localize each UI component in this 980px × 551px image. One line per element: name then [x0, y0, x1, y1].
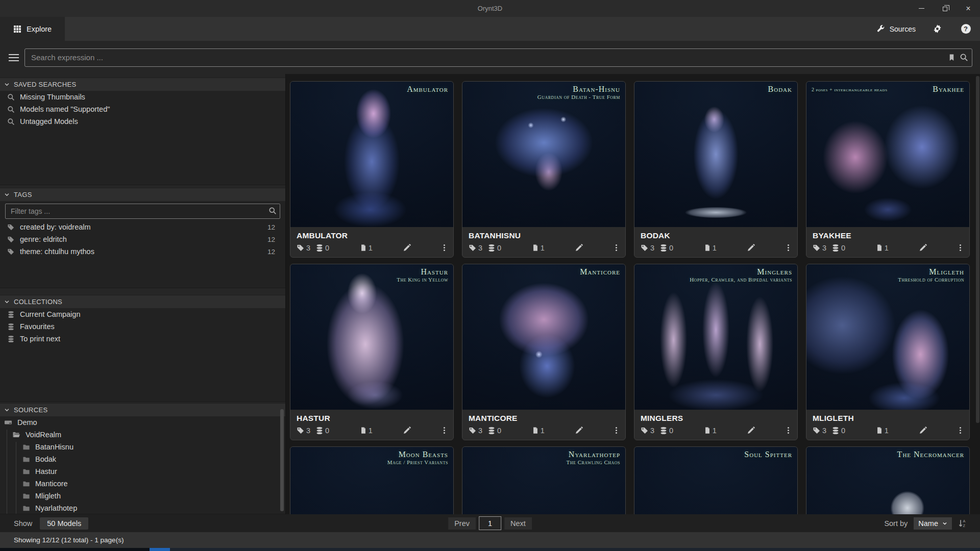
show-label: Show: [14, 519, 32, 528]
file-count-badge: 1: [532, 427, 545, 435]
pencil-icon: [747, 427, 755, 435]
edit-button[interactable]: [747, 427, 755, 435]
file-count-badge: 1: [532, 244, 545, 252]
saved-search-item[interactable]: Untagged Models: [0, 115, 285, 128]
model-name: MINGLERS: [634, 410, 797, 424]
settings-button[interactable]: [923, 17, 951, 41]
card-menu-button[interactable]: [442, 426, 447, 435]
file-count-badge: 1: [360, 427, 373, 435]
source-folder-item[interactable]: Hastur: [0, 465, 285, 478]
next-button[interactable]: Next: [504, 517, 532, 530]
model-card[interactable]: Soul Spitter 3 0 1: [634, 446, 798, 514]
card-menu-button[interactable]: [958, 243, 963, 252]
edit-button[interactable]: [575, 427, 583, 435]
model-card[interactable]: Moon Beasts Mage / Priest Variants 3 0 1: [290, 446, 454, 514]
thumbnail-note: 2 poses + interchangeable heads: [812, 87, 888, 92]
collection-item[interactable]: To print next: [0, 333, 285, 345]
edit-button[interactable]: [403, 427, 411, 435]
source-folder-item[interactable]: BatanHisnu: [0, 441, 285, 453]
collection-count-badge: 0: [315, 244, 329, 252]
sources-header[interactable]: SOURCES: [0, 403, 285, 416]
model-card[interactable]: Minglers Hopper, Crawler, and Bipedal va…: [634, 264, 798, 440]
card-menu-button[interactable]: [614, 243, 619, 252]
file-icon: [704, 244, 711, 252]
bookmark-icon[interactable]: [948, 54, 955, 61]
tag-item[interactable]: genre: eldritch 12: [0, 233, 285, 245]
sort-select[interactable]: Name: [914, 517, 952, 530]
tag-count-badge: 3: [297, 244, 310, 252]
collection-item[interactable]: Favourites: [0, 320, 285, 333]
model-name: HASTUR: [290, 410, 453, 424]
collections-panel: Current Campaign Favourites To print nex…: [0, 308, 285, 402]
tab-explore[interactable]: Explore: [0, 17, 65, 41]
tag-icon: [641, 427, 649, 435]
model-card[interactable]: Manticore MANTICORE 3 0 1: [462, 264, 626, 440]
tag-icon: [641, 244, 649, 252]
close-button[interactable]: ×: [957, 0, 980, 17]
tabbar: Explore Sources ?: [0, 17, 980, 41]
saved-search-item[interactable]: Models named "Supported": [0, 103, 285, 115]
card-menu-button[interactable]: [442, 243, 447, 252]
card-menu-button[interactable]: [786, 243, 791, 252]
folder-icon: [22, 480, 30, 488]
model-card[interactable]: Bodak BODAK 3 0 1: [634, 81, 798, 258]
card-menu-button[interactable]: [614, 426, 619, 435]
tag-item[interactable]: created by: voidrealm 12: [0, 221, 285, 233]
tag-count-badge: 3: [813, 244, 826, 252]
thumbnail-title: Bodak: [768, 85, 792, 94]
maximize-button[interactable]: [933, 0, 957, 17]
source-folder-item[interactable]: Nyarlathotep: [0, 502, 285, 514]
model-card[interactable]: Mligleth Threshold of Corruption MLIGLET…: [806, 264, 970, 440]
pencil-icon: [575, 244, 583, 252]
tag-filter-input[interactable]: [5, 204, 280, 219]
grid-scrollbar[interactable]: [976, 76, 979, 423]
app-window: Orynt3D × Explore Sources: [0, 0, 980, 551]
model-card[interactable]: Ambulator AMBULATOR 3 0 1: [290, 81, 454, 258]
model-card[interactable]: Hastur The King in Yellow HASTUR 3 0 1: [290, 264, 454, 440]
source-folder-item[interactable]: Manticore: [0, 478, 285, 490]
edit-button[interactable]: [747, 244, 755, 252]
model-thumbnail: Ambulator: [290, 82, 453, 227]
sources-button[interactable]: Sources: [869, 17, 923, 41]
page-number-input[interactable]: 1: [479, 516, 501, 530]
saved-searches-header[interactable]: SAVED SEARCHES: [0, 78, 285, 91]
titlebar: Orynt3D ×: [0, 0, 980, 17]
model-card[interactable]: Batan-Hisnu Guardian of Death - True For…: [462, 81, 626, 258]
edit-button[interactable]: [575, 244, 583, 252]
gear-icon: [933, 24, 942, 34]
model-thumbnail: Bodak: [634, 82, 797, 227]
help-button[interactable]: ?: [951, 17, 980, 41]
card-menu-button[interactable]: [958, 426, 963, 435]
sort-direction-icon[interactable]: AZ: [958, 519, 967, 528]
search-input[interactable]: [24, 48, 972, 67]
search-icon[interactable]: [960, 53, 968, 62]
chevron-down-icon: [4, 407, 10, 413]
edit-button[interactable]: [919, 427, 927, 435]
source-root-demo[interactable]: Demo: [0, 416, 285, 429]
collection-item[interactable]: Current Campaign: [0, 308, 285, 320]
tags-panel: created by: voidrealm 12 genre: eldritch…: [0, 201, 285, 288]
page-size-button[interactable]: 50 Models: [40, 517, 88, 530]
collection-count-badge: 0: [315, 427, 329, 435]
saved-search-item[interactable]: Missing Thumbnails: [0, 91, 285, 103]
menu-button[interactable]: [9, 54, 19, 61]
model-card[interactable]: Nyarlathotep The Crawling Chaos 3 0 1: [462, 446, 626, 514]
search-icon: [7, 106, 15, 113]
collections-header[interactable]: COLLECTIONS: [0, 295, 285, 308]
tags-header[interactable]: TAGS: [0, 188, 285, 201]
source-folder-item[interactable]: Bodak: [0, 453, 285, 465]
chevron-down-icon: [4, 82, 10, 87]
model-card[interactable]: The Necromancer 3 0 1: [806, 446, 970, 514]
edit-button[interactable]: [403, 244, 411, 252]
source-folder-item[interactable]: Mligleth: [0, 490, 285, 502]
taskbar-segment: [170, 548, 980, 551]
model-name: MLIGLETH: [806, 410, 969, 424]
tag-item[interactable]: theme: chtulhu mythos 12: [0, 245, 285, 258]
source-folder-voidrealm[interactable]: VoidRealm: [0, 429, 285, 441]
model-card[interactable]: 2 poses + interchangeable heads Byakhee …: [806, 81, 970, 258]
card-menu-button[interactable]: [786, 426, 791, 435]
edit-button[interactable]: [919, 244, 927, 252]
sidebar-scrollbar[interactable]: [280, 409, 284, 511]
minimize-button[interactable]: [910, 0, 933, 17]
prev-button[interactable]: Prev: [448, 517, 476, 530]
